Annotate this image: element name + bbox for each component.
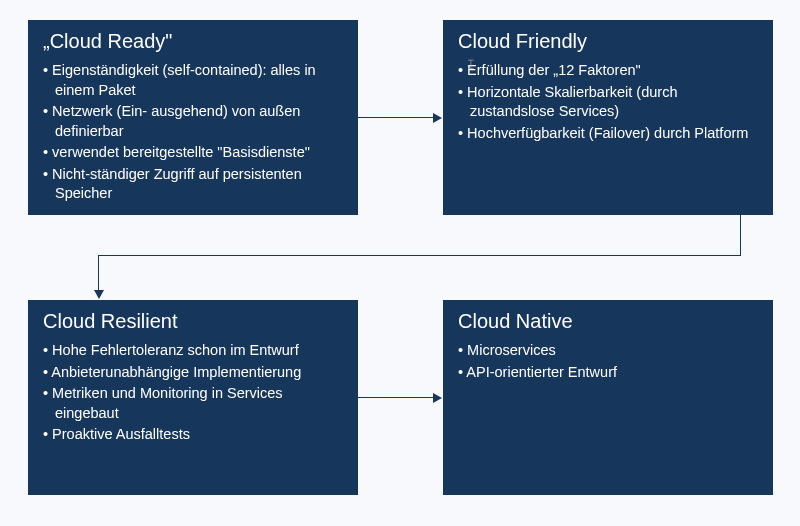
box-title-cloud-friendly: Cloud Friendly [458,30,758,53]
box-list-cloud-friendly: Erfüllung der „12 Faktoren" Horizontale … [458,61,758,143]
box-cloud-ready: „Cloud Ready" Eigenständigkeit (self-con… [28,20,358,215]
list-item: Hohe Fehlertoleranz schon im Entwurf [43,341,343,361]
box-list-cloud-resilient: Hohe Fehlertoleranz schon im Entwurf Anb… [43,341,343,445]
box-cloud-native: Cloud Native Microservices API-orientier… [443,300,773,495]
list-item: Microservices [458,341,758,361]
box-list-cloud-native: Microservices API-orientierter Entwurf [458,341,758,382]
list-item: verwendet bereitgestellte "Basisdienste" [43,143,343,163]
arrowhead-right-icon [433,113,442,123]
list-item: Metriken und Monitoring in Services eing… [43,384,343,423]
list-item: Horizontale Skalierbarkeit (durch zustan… [458,83,758,122]
box-cloud-friendly: Cloud Friendly Erfüllung der „12 Faktore… [443,20,773,215]
arrowhead-right-icon [433,393,442,403]
list-item: Erfüllung der „12 Faktoren" [458,61,758,81]
arrowhead-down-icon [94,290,104,299]
arrow-line [358,117,433,118]
list-item: Anbieterunabhängige Implementierung [43,363,343,383]
list-item: Proaktive Ausfalltests [43,425,343,445]
box-cloud-resilient: Cloud Resilient Hohe Fehlertoleranz scho… [28,300,358,495]
box-title-cloud-native: Cloud Native [458,310,758,333]
list-item: Hochverfügbarkeit (Failover) durch Platf… [458,124,758,144]
box-title-cloud-ready: „Cloud Ready" [43,30,343,53]
arrow-line [98,255,741,256]
box-title-cloud-resilient: Cloud Resilient [43,310,343,333]
box-list-cloud-ready: Eigenständigkeit (self-contained): alles… [43,61,343,204]
arrow-line [740,215,741,255]
arrow-line [358,397,433,398]
arrow-line [98,255,99,290]
list-item: API-orientierter Entwurf [458,363,758,383]
list-item: Eigenständigkeit (self-contained): alles… [43,61,343,100]
list-item: Nicht-ständiger Zugriff auf persistenten… [43,165,343,204]
list-item: Netzwerk (Ein- ausgehend) von außen defi… [43,102,343,141]
